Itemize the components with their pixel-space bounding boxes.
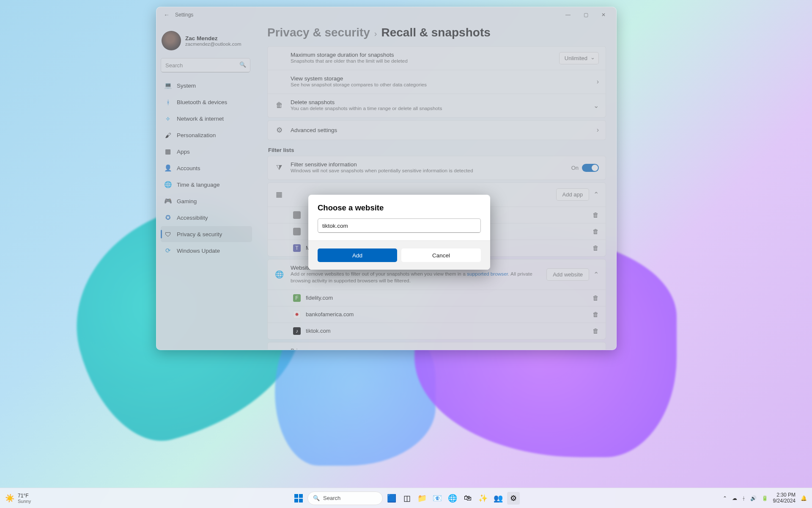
svg-rect-3 <box>299 499 303 502</box>
store-icon[interactable]: 🛍 <box>461 492 474 505</box>
onedrive-icon[interactable]: ☁ <box>732 495 737 501</box>
widgets-icon[interactable]: 🟦 <box>385 492 398 505</box>
clock-time: 2:30 PM <box>773 492 796 498</box>
taskbar: ☀️ 71°F Sunny 🔍 Search 🟦 ◫ 📁 📧 🌐 🛍 ✨ 👥 ⚙… <box>0 488 812 508</box>
settings-window: ← Settings — ▢ ✕ Zac Mendez zacmendez@ou… <box>156 7 617 350</box>
taskbar-search-label: Search <box>323 495 340 501</box>
battery-icon[interactable]: 🔋 <box>762 495 768 501</box>
notifications-icon[interactable]: 🔔 <box>801 495 807 501</box>
dialog-cancel-button[interactable]: Cancel <box>401 248 481 262</box>
explorer-icon[interactable]: 📁 <box>416 492 428 505</box>
edge-icon[interactable]: 🌐 <box>446 492 459 505</box>
start-button[interactable] <box>292 492 305 505</box>
taskbar-search[interactable]: 🔍 Search <box>307 491 383 505</box>
dialog-add-button[interactable]: Add <box>318 248 397 262</box>
wifi-icon[interactable]: ⟊ <box>742 495 745 501</box>
copilot-icon[interactable]: ✨ <box>477 492 489 505</box>
svg-rect-2 <box>294 499 298 502</box>
weather-cond: Sunny <box>18 499 31 504</box>
taskbar-tray: ⌃ ☁ ⟊ 🔊 🔋 2:30 PM 9/24/2024 🔔 <box>723 492 807 504</box>
clock-date: 9/24/2024 <box>773 498 796 504</box>
taskbar-clock[interactable]: 2:30 PM 9/24/2024 <box>773 492 796 504</box>
weather-temp: 71°F <box>18 493 31 499</box>
taskbar-center: 🔍 Search 🟦 ◫ 📁 📧 🌐 🛍 ✨ 👥 ⚙ <box>292 491 520 505</box>
svg-rect-0 <box>294 494 298 498</box>
choose-website-dialog: Choose a website Add Cancel <box>308 195 490 270</box>
taskbar-weather[interactable]: ☀️ 71°F Sunny <box>5 493 31 504</box>
settings-taskbar-icon[interactable]: ⚙ <box>507 492 520 505</box>
svg-rect-1 <box>299 494 303 498</box>
search-icon: 🔍 <box>313 495 320 501</box>
task-view-icon[interactable]: ◫ <box>401 492 413 505</box>
tray-overflow-icon[interactable]: ⌃ <box>723 495 727 501</box>
teams-icon[interactable]: 👥 <box>492 492 505 505</box>
mail-icon[interactable]: 📧 <box>431 492 444 505</box>
website-input[interactable] <box>318 218 481 233</box>
dialog-title: Choose a website <box>318 203 481 213</box>
modal-scrim <box>156 7 616 350</box>
weather-icon: ☀️ <box>5 494 14 503</box>
volume-icon[interactable]: 🔊 <box>750 495 757 501</box>
